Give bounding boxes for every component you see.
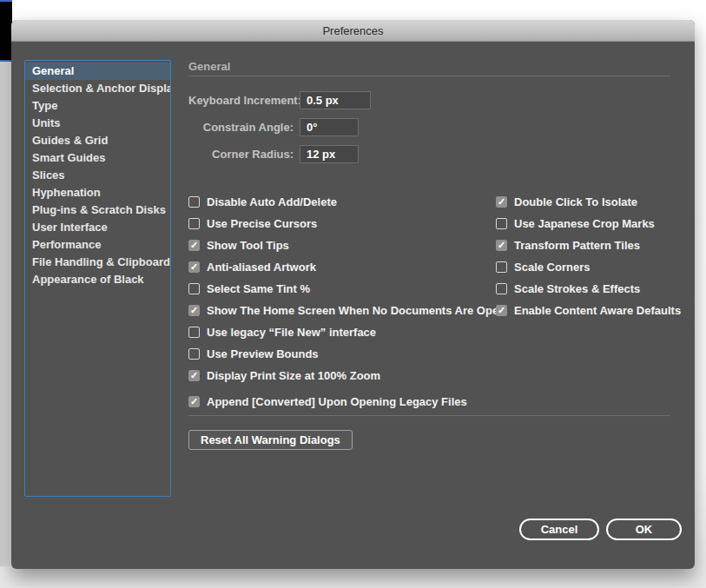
checkbox-label: Select Same Tint % [207,282,310,295]
dialog-title: Preferences [322,24,383,37]
checkbox-box[interactable]: ✓ [188,370,200,381]
corner-radius-label: Corner Radius: [188,148,294,161]
sidebar-item-slices[interactable]: Slices [25,167,170,184]
sidebar-item-type[interactable]: Type [25,97,170,115]
keyboard-increment-input[interactable] [300,91,371,109]
keyboard-increment-label: Keyboard Increment: [188,94,294,107]
constrain-angle-input[interactable] [300,118,359,136]
checkbox-label: Disable Auto Add/Delete [207,195,337,208]
checkbox-display-print-size[interactable]: ✓ Display Print Size at 100% Zoom [188,365,494,386]
checkbox-box[interactable]: ✓ [496,261,507,273]
checkbox-enable-content-aware-defaults[interactable]: ✓ Enable Content Aware Defaults [496,300,685,321]
checkbox-label: Use Japanese Crop Marks [514,217,655,230]
dialog-titlebar[interactable]: Preferences [11,20,695,42]
section-title: General [188,60,230,73]
sidebar-item-units[interactable]: Units [25,115,170,132]
checkbox-label: Anti-aliased Artwork [207,261,316,274]
checkbox-column-left: ✓ Disable Auto Add/Delete ✓ Use Precise … [188,191,494,413]
check-icon: ✓ [498,306,505,315]
checkbox-scale-corners[interactable]: ✓ Scale Corners [496,256,685,278]
sidebar-item-file-handling-clipboard[interactable]: File Handling & Clipboard [25,254,170,271]
checkbox-double-click-to-isolate[interactable]: ✓ Double Click To Isolate [496,191,685,213]
section-divider [188,76,670,76]
checkbox-transform-pattern-tiles[interactable]: ✓ Transform Pattern Tiles [496,235,685,256]
constrain-angle-label: Constrain Angle: [188,121,294,134]
sidebar-item-appearance-of-black[interactable]: Appearance of Black [25,271,170,288]
checkbox-append-converted[interactable]: ✓ Append [Converted] Upon Opening Legacy… [188,391,494,413]
checkbox-disable-auto-add-delete[interactable]: ✓ Disable Auto Add/Delete [188,191,494,213]
preferences-dialog: Preferences General Selection & Anchor D… [11,20,695,569]
checkbox-label: Use Preview Bounds [207,347,319,360]
reset-warning-dialogs-button[interactable]: Reset All Warning Dialogs [188,430,353,450]
sidebar-item-general[interactable]: General [25,63,170,80]
check-icon: ✓ [190,306,198,315]
sidebar-item-selection-anchor-display[interactable]: Selection & Anchor Display [25,80,170,97]
sidebar-item-performance[interactable]: Performance [25,236,170,254]
checkbox-box[interactable]: ✓ [496,240,507,251]
checkbox-box[interactable]: ✓ [496,305,507,316]
checkbox-label: Use Precise Cursors [207,217,317,230]
check-icon: ✓ [190,371,198,380]
constrain-angle-row: Constrain Angle: [188,117,359,136]
checkbox-box[interactable]: ✓ [188,261,200,273]
checkbox-use-legacy-file-new[interactable]: ✓ Use legacy “File New” interface [188,321,494,343]
check-icon: ✓ [190,397,198,406]
sidebar-item-plugins-scratch-disks[interactable]: Plug-ins & Scratch Disks [25,202,170,219]
checkbox-label: Transform Pattern Tiles [514,239,640,252]
checkbox-box[interactable]: ✓ [496,196,507,208]
checkbox-box[interactable]: ✓ [496,218,507,229]
checkbox-box[interactable]: ✓ [188,283,200,294]
background-app-strip [0,0,12,566]
checkbox-label: Display Print Size at 100% Zoom [207,369,380,382]
checkbox-box[interactable]: ✓ [188,305,200,316]
sidebar-item-smart-guides[interactable]: Smart Guides [25,149,170,167]
checkbox-box[interactable]: ✓ [188,348,200,360]
checkbox-label: Show Tool Tips [207,239,289,252]
checkbox-label: Scale Corners [514,261,590,274]
checkbox-scale-strokes-effects[interactable]: ✓ Scale Strokes & Effects [496,278,685,300]
checkbox-anti-aliased-artwork[interactable]: ✓ Anti-aliased Artwork [188,256,494,278]
checkbox-show-tool-tips[interactable]: ✓ Show Tool Tips [188,235,494,256]
bottom-divider [188,415,670,416]
checkbox-use-preview-bounds[interactable]: ✓ Use Preview Bounds [188,343,494,365]
check-icon: ✓ [190,241,198,250]
checkbox-show-home-screen[interactable]: ✓ Show The Home Screen When No Documents… [188,300,494,321]
sidebar-item-guides-grid[interactable]: Guides & Grid [25,132,170,149]
checkbox-use-precise-cursors[interactable]: ✓ Use Precise Cursors [188,213,494,235]
checkbox-box[interactable]: ✓ [188,396,200,407]
checkbox-label: Show The Home Screen When No Documents A… [207,304,505,317]
background-black-panel-bottom [0,0,12,50]
checkbox-box[interactable]: ✓ [188,218,200,229]
checkbox-column-right: ✓ Double Click To Isolate ✓ Use Japanese… [496,191,685,321]
corner-radius-row: Corner Radius: [188,144,359,163]
keyboard-increment-row: Keyboard Increment: [188,90,371,109]
sidebar-item-user-interface[interactable]: User Interface [25,219,170,236]
checkbox-use-japanese-crop-marks[interactable]: ✓ Use Japanese Crop Marks [496,213,685,235]
checkbox-select-same-tint[interactable]: ✓ Select Same Tint % [188,278,494,300]
check-icon: ✓ [498,241,505,250]
checkbox-box[interactable]: ✓ [188,327,200,338]
preferences-category-list: General Selection & Anchor Display Type … [24,60,171,497]
checkbox-label: Use legacy “File New” interface [207,326,376,339]
checkbox-label: Append [Converted] Upon Opening Legacy F… [207,395,467,408]
checkbox-box[interactable]: ✓ [496,283,507,294]
checkbox-box[interactable]: ✓ [188,196,200,208]
sidebar-item-hyphenation[interactable]: Hyphenation [25,184,170,202]
checkbox-box[interactable]: ✓ [188,240,200,251]
checkbox-label: Double Click To Isolate [514,195,637,208]
corner-radius-input[interactable] [300,145,359,163]
checkbox-label: Enable Content Aware Defaults [514,304,681,317]
checkbox-label: Scale Strokes & Effects [514,282,640,295]
ok-button[interactable]: OK [606,519,682,540]
cancel-button[interactable]: Cancel [519,519,599,540]
check-icon: ✓ [498,197,505,207]
check-icon: ✓ [190,262,198,272]
